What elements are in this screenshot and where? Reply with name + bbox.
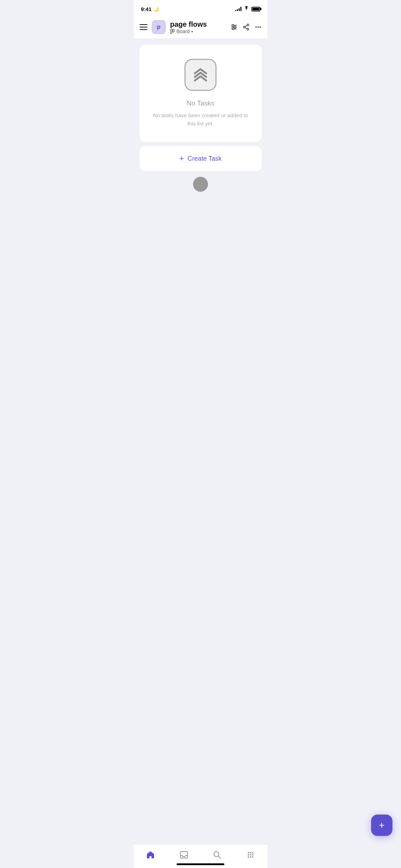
wifi-icon	[244, 6, 249, 12]
clickup-chevrons-icon	[191, 66, 210, 84]
header-title-group: page flows Board ▾	[170, 20, 207, 34]
empty-state-description: No tasks have been created or added to t…	[151, 112, 250, 128]
create-task-plus-icon: +	[179, 154, 184, 163]
main-content: No Tasks No tasks have been created or a…	[134, 39, 267, 205]
more-options-button[interactable]	[255, 24, 262, 31]
status-bar: 9:41 🌙	[134, 0, 267, 16]
svg-line-12	[245, 27, 247, 29]
share-button[interactable]	[243, 24, 250, 31]
battery-icon	[251, 7, 260, 11]
scroll-indicator	[140, 177, 262, 192]
workspace-initial: p	[157, 24, 160, 31]
app-header: p page flows Board ▾	[134, 16, 267, 39]
empty-state-title: No Tasks	[187, 99, 214, 107]
create-task-button[interactable]: + Create Task	[140, 146, 262, 171]
svg-point-13	[255, 26, 257, 28]
svg-point-5	[232, 25, 234, 26]
svg-point-14	[257, 26, 259, 28]
view-label: Board	[177, 29, 190, 34]
more-dots-icon	[255, 24, 262, 31]
signal-icon	[235, 7, 241, 11]
dot-indicator	[193, 177, 208, 192]
svg-point-15	[260, 26, 261, 28]
sliders-icon	[230, 24, 238, 31]
menu-button[interactable]	[140, 24, 147, 30]
moon-icon: 🌙	[153, 6, 159, 12]
header-actions	[230, 24, 262, 31]
status-time: 9:41 🌙	[141, 6, 159, 12]
empty-state-icon	[184, 59, 217, 91]
status-icons	[235, 6, 260, 12]
create-task-label: Create Task	[188, 155, 222, 162]
share-icon	[243, 24, 250, 31]
view-selector[interactable]: Board ▾	[170, 29, 207, 34]
project-title: page flows	[170, 20, 207, 29]
chevron-down-icon: ▾	[191, 30, 193, 33]
time-display: 9:41	[141, 6, 152, 12]
header-left: p page flows Board ▾	[140, 20, 207, 34]
svg-line-11	[245, 25, 247, 27]
board-view-icon	[170, 29, 175, 34]
svg-point-7	[232, 28, 234, 30]
filter-button[interactable]	[230, 24, 238, 31]
svg-rect-1	[173, 29, 174, 32]
workspace-avatar[interactable]: p	[152, 20, 166, 34]
svg-point-6	[234, 26, 236, 28]
svg-rect-0	[171, 29, 172, 33]
empty-state-card: No Tasks No tasks have been created or a…	[140, 45, 262, 142]
